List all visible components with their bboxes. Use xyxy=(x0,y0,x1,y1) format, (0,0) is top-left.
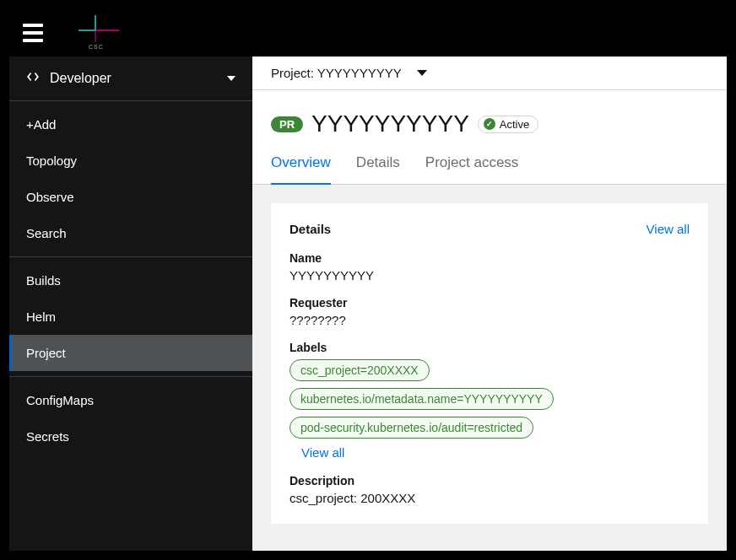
card-title: Details xyxy=(290,222,331,236)
description-label: Description xyxy=(290,474,690,487)
sidebar-item-topology[interactable]: Topology xyxy=(9,143,252,179)
name-value: YYYYYYYYYY xyxy=(290,268,690,283)
requester-value: ???????? xyxy=(290,313,690,327)
check-circle-icon xyxy=(484,118,495,130)
svg-text:CSC: CSC xyxy=(89,44,104,50)
caret-down-icon xyxy=(417,70,427,76)
main-content: Project: YYYYYYYYYY PR YYYYYYYYYY Active… xyxy=(252,57,727,551)
project-resource-badge: PR xyxy=(271,116,303,132)
view-all-link[interactable]: View all xyxy=(647,222,690,236)
details-card: Details View all Name YYYYYYYYYY Request… xyxy=(271,203,708,524)
sidebar: Developer +AddTopologyObserveSearchBuild… xyxy=(9,57,252,551)
tab-overview[interactable]: Overview xyxy=(271,154,331,185)
sidebar-item-builds[interactable]: Builds xyxy=(9,262,252,299)
requester-label: Requester xyxy=(290,296,690,310)
description-value: csc_project: 200XXXX xyxy=(290,491,690,505)
status-badge: Active xyxy=(478,116,538,133)
hamburger-menu-button[interactable] xyxy=(16,17,50,49)
csc-logo[interactable]: CSC xyxy=(63,15,122,51)
chevron-down-icon xyxy=(227,76,235,81)
tab-bar: OverviewDetailsProject access xyxy=(252,137,727,185)
sidebar-item-search[interactable]: Search xyxy=(9,215,252,251)
project-selector[interactable]: Project: YYYYYYYYYY xyxy=(252,57,727,90)
tab-project-access[interactable]: Project access xyxy=(425,154,519,185)
tab-details[interactable]: Details xyxy=(356,154,400,185)
sidebar-item-project[interactable]: Project xyxy=(9,335,252,371)
perspective-switcher[interactable]: Developer xyxy=(9,57,252,100)
project-title: YYYYYYYYYY xyxy=(311,110,469,137)
project-header: PR YYYYYYYYYY Active xyxy=(252,90,727,137)
topbar: CSC xyxy=(9,9,727,57)
sidebar-item-secrets[interactable]: Secrets xyxy=(9,418,252,455)
project-selector-label: Project: YYYYYYYYYY xyxy=(271,66,402,80)
labels-view-all-link[interactable]: View all xyxy=(301,445,344,460)
sidebar-item-helm[interactable]: Helm xyxy=(9,299,252,335)
name-label: Name xyxy=(290,251,690,265)
code-icon xyxy=(26,70,40,87)
label-chip[interactable]: pod-security.kubernetes.io/audit=restric… xyxy=(290,417,533,439)
sidebar-item-observe[interactable]: Observe xyxy=(9,179,252,215)
sidebar-item-configmaps[interactable]: ConfigMaps xyxy=(9,382,252,418)
label-chip[interactable]: csc_project=200XXXX xyxy=(290,359,430,381)
perspective-label: Developer xyxy=(50,71,111,86)
sidebar-item-add[interactable]: +Add xyxy=(9,106,252,143)
labels-label: Labels xyxy=(290,341,690,354)
label-chip[interactable]: kubernetes.io/metadata.name=YYYYYYYYYY xyxy=(290,388,554,410)
status-label: Active xyxy=(500,118,529,131)
